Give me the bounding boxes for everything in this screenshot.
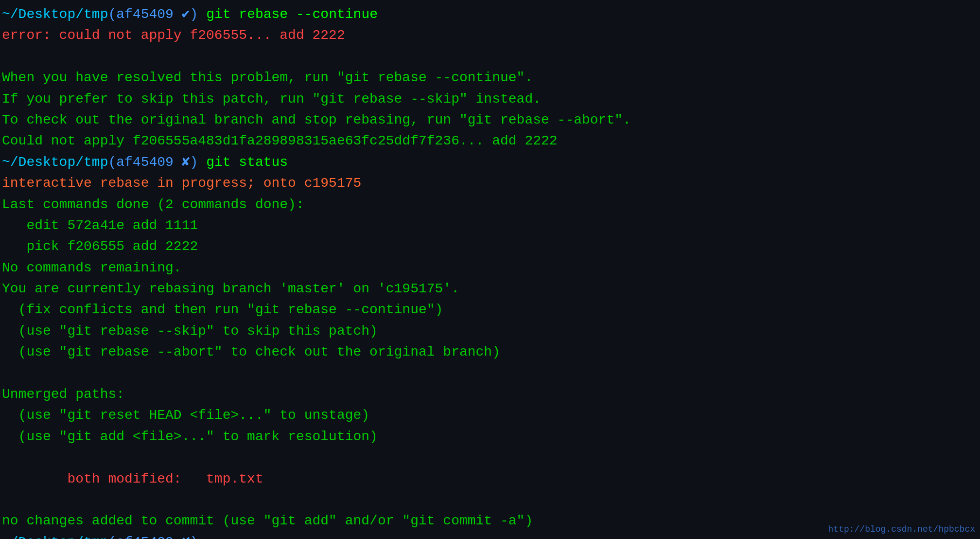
- terminal-line-15: (fix conflicts and then run "git rebase …: [0, 299, 980, 320]
- last-commands-header: Last commands done (2 commands done):: [2, 197, 304, 212]
- hint-mark-resolution: (use "git add <file>..." to mark resolut…: [2, 429, 378, 444]
- hint-fix-conflicts: (fix conflicts and then run "git rebase …: [2, 302, 443, 317]
- help-text-2: If you prefer to skip this patch, run "g…: [2, 91, 541, 107]
- prompt-branch-3: (af45409 ✘): [108, 535, 206, 539]
- prompt-path-1: ~/Desktop/tmp: [2, 7, 108, 22]
- cmd-edit: edit 572a41e add 1111: [2, 218, 198, 233]
- cmd-2: git status: [206, 155, 288, 170]
- terminal-line-5: If you prefer to skip this patch, run "g…: [0, 89, 980, 109]
- prompt-branch-2: (af45409 ✘): [108, 155, 206, 170]
- terminal-line-9: interactive rebase in progress; onto c19…: [0, 173, 980, 194]
- cmd-1: git rebase --continue: [206, 7, 378, 22]
- prompt-branch-1: (af45409 ✔): [108, 7, 206, 22]
- terminal-line-22: [0, 447, 980, 468]
- terminal-line-19: Unmerged paths:: [0, 384, 980, 405]
- hint-abort: (use "git rebase --abort" to check out t…: [2, 344, 500, 359]
- watermark: http://blog.csdn.net/hpbcbcx: [828, 524, 975, 534]
- terminal-line-20: (use "git reset HEAD <file>..." to unsta…: [0, 405, 980, 426]
- rebasing-branch-info: You are currently rebasing branch 'maste…: [2, 281, 459, 296]
- terminal-line-10: Last commands done (2 commands done):: [0, 194, 980, 215]
- terminal-window: ~/Desktop/tmp(af45409 ✔) git rebase --co…: [0, 0, 980, 539]
- terminal-line-1: ~/Desktop/tmp(af45409 ✔) git rebase --co…: [0, 4, 980, 25]
- terminal-line-24: [0, 489, 980, 510]
- terminal-line-11: edit 572a41e add 1111: [0, 215, 980, 236]
- terminal-line-23: both modified: tmp.txt: [0, 468, 980, 489]
- terminal-line-8: ~/Desktop/tmp(af45409 ✘) git status: [0, 152, 980, 173]
- both-modified-line: both modified: tmp.txt: [2, 471, 263, 486]
- hint-unstage: (use "git reset HEAD <file>..." to unsta…: [2, 408, 369, 423]
- terminal-line-4: When you have resolved this problem, run…: [0, 67, 980, 88]
- rebase-status: interactive rebase in progress; onto c19…: [2, 176, 361, 191]
- terminal-line-12: pick f206555 add 2222: [0, 236, 980, 257]
- no-changes-added: no changes added to commit (use "git add…: [2, 513, 533, 528]
- help-text-1: When you have resolved this problem, run…: [2, 70, 533, 85]
- terminal-line-3: [0, 46, 980, 67]
- terminal-line-21: (use "git add <file>..." to mark resolut…: [0, 426, 980, 447]
- error-text: error: could not apply f206555... add 22…: [2, 28, 345, 43]
- terminal-line-6: To check out the original branch and sto…: [0, 109, 980, 130]
- hint-skip: (use "git rebase --skip" to skip this pa…: [2, 323, 378, 339]
- terminal-line-17: (use "git rebase --abort" to check out t…: [0, 341, 980, 362]
- terminal-line-16: (use "git rebase --skip" to skip this pa…: [0, 321, 980, 341]
- help-text-3: To check out the original branch and sto…: [2, 112, 631, 127]
- terminal-line-7: Could not apply f206555a483d1fa289898315…: [0, 130, 980, 151]
- cmd-pick: pick f206555 add 2222: [2, 239, 198, 254]
- unmerged-paths-header: Unmerged paths:: [2, 387, 124, 402]
- terminal-line-14: You are currently rebasing branch 'maste…: [0, 278, 980, 299]
- terminal-line-18: [0, 363, 980, 384]
- could-not-apply: Could not apply f206555a483d1fa289898315…: [2, 133, 558, 148]
- prompt-path-2: ~/Desktop/tmp: [2, 155, 108, 170]
- no-commands-remaining: No commands remaining.: [2, 260, 182, 275]
- prompt-path-3: ~/Desktop/tmp: [2, 535, 108, 539]
- terminal-line-13: No commands remaining.: [0, 257, 980, 278]
- terminal-line-2: error: could not apply f206555... add 22…: [0, 25, 980, 46]
